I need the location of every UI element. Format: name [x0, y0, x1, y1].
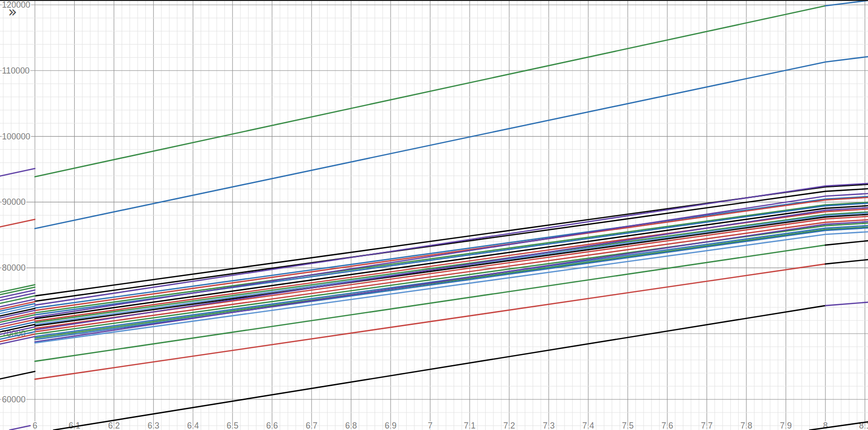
window-top-border [0, 0, 868, 1]
y-tick-label: 110000 [2, 66, 30, 76]
x-tick-label: 7.9 [780, 421, 791, 430]
x-tick-label: 7.8 [741, 421, 752, 430]
x-tick-label: 6.7 [306, 421, 317, 430]
x-tick-label: 6.4 [187, 421, 199, 430]
series-bottom-black-purple-cont [825, 302, 868, 306]
x-tick-label: 6.3 [148, 421, 159, 430]
series-below-red-black-cont [825, 260, 868, 264]
series-bundle-22 [35, 232, 868, 343]
graph-canvas[interactable]: 1200001100001000009000080000700006000066… [0, 0, 868, 430]
x-tick-label: 7.6 [662, 421, 673, 430]
x-tick-label: 6.6 [266, 421, 278, 430]
series-bundle-2 [35, 189, 868, 301]
expand-expressions-button[interactable]: » [4, 3, 21, 20]
y-tick-label: 80000 [2, 263, 26, 273]
x-tick-label: 6.9 [385, 421, 396, 430]
x-tick-label: 6.2 [108, 421, 120, 430]
graph-region[interactable]: 1200001100001000009000080000700006000066… [0, 0, 868, 430]
x-tick-label: 7.5 [622, 421, 633, 430]
x-tick-label: 6.8 [345, 421, 357, 430]
series-tail-purple-top [0, 169, 35, 176]
series-tail-red-top [0, 219, 35, 227]
y-tick-label: 60000 [2, 395, 26, 404]
x-tick-label: 7.7 [701, 421, 712, 430]
x-tick-label: 7.1 [464, 421, 475, 430]
x-tick-label: 6.5 [227, 421, 238, 430]
y-tick-label: 90000 [2, 197, 26, 207]
x-tick-label: 6 [32, 421, 37, 430]
x-tick-label: 7 [428, 421, 433, 430]
y-tick-label: 100000 [2, 132, 31, 141]
series-tail-black-low [0, 371, 35, 379]
chevron-double-right-icon: » [4, 3, 21, 20]
x-tick-label: 7.4 [583, 421, 595, 430]
x-tick-label: 7.2 [503, 421, 515, 430]
x-tick-label: 7.3 [543, 421, 554, 430]
